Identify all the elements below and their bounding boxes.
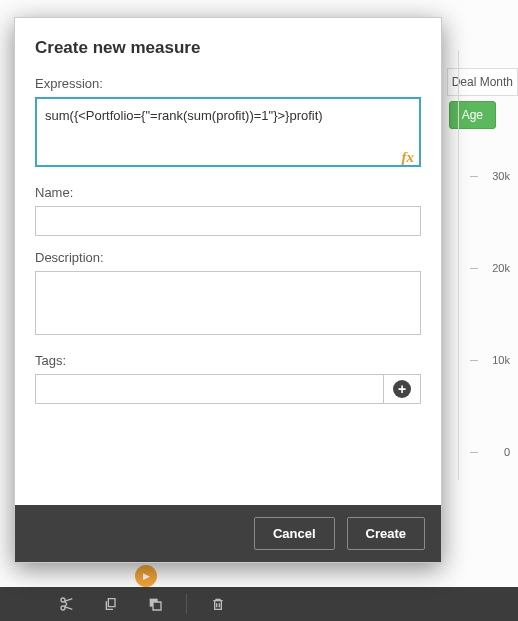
dialog-title: Create new measure bbox=[35, 38, 421, 58]
name-input[interactable] bbox=[35, 206, 421, 236]
modal-overlay: Create new measure Expression: fx Name: … bbox=[0, 0, 518, 621]
plus-icon: + bbox=[393, 380, 411, 398]
description-label: Description: bbox=[35, 250, 421, 265]
cancel-button[interactable]: Cancel bbox=[254, 517, 335, 550]
expression-label: Expression: bbox=[35, 76, 421, 91]
tags-input[interactable] bbox=[35, 374, 383, 404]
create-measure-dialog: Create new measure Expression: fx Name: … bbox=[14, 17, 442, 563]
description-input[interactable] bbox=[35, 271, 421, 335]
create-button[interactable]: Create bbox=[347, 517, 425, 550]
add-tag-button[interactable]: + bbox=[383, 374, 421, 404]
fx-button[interactable]: fx bbox=[402, 149, 415, 166]
name-label: Name: bbox=[35, 185, 421, 200]
tags-label: Tags: bbox=[35, 353, 421, 368]
expression-input[interactable] bbox=[35, 97, 421, 167]
dialog-footer: Cancel Create bbox=[15, 505, 441, 562]
